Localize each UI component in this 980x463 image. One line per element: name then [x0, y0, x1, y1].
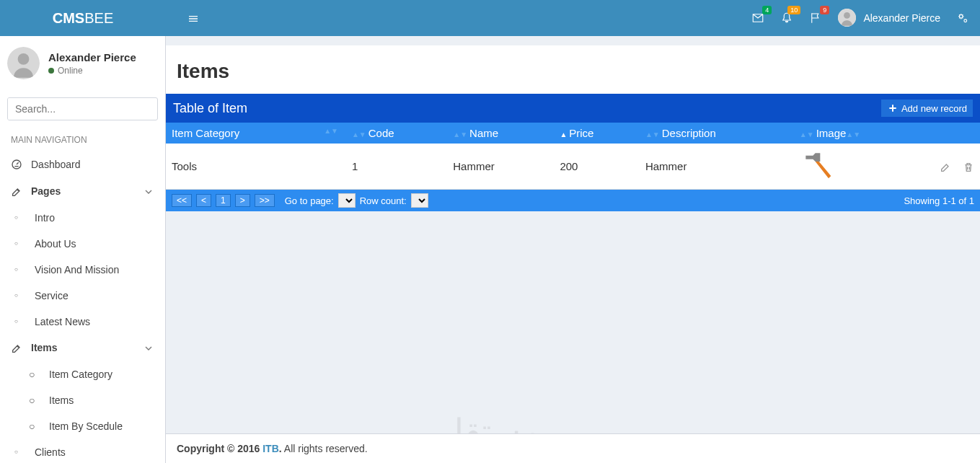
hammer-icon — [800, 151, 836, 180]
bell-badge: 10 — [787, 6, 800, 14]
user-status[interactable]: Online — [48, 66, 136, 76]
settings-gears[interactable] — [956, 12, 969, 25]
circle-icon: ○ — [29, 420, 43, 432]
footer: Copyright © 2016 ITB. All rights reserve… — [166, 433, 980, 463]
mail-notifications[interactable]: 4 — [751, 12, 764, 25]
search-button[interactable] — [149, 98, 158, 120]
bell-notifications[interactable]: 10 — [780, 12, 793, 25]
circle-icon: ○ — [14, 318, 29, 325]
circle-icon: ○ — [14, 449, 29, 455]
svg-point-2 — [960, 15, 963, 19]
search-icon — [157, 103, 158, 115]
circle-icon: ○ — [14, 214, 29, 221]
table-header-bar: Table of Item Add new record — [166, 94, 980, 123]
table-title: Table of Item — [173, 101, 247, 116]
sort-icon: ▲▼ — [352, 131, 366, 138]
cell-name: Hammer — [447, 144, 554, 190]
chevron-down-icon — [143, 185, 154, 197]
add-record-button[interactable]: Add new record — [881, 100, 973, 117]
nav-items-items[interactable]: ○Items — [0, 387, 165, 413]
pencil-icon — [940, 162, 951, 173]
dashboard-icon — [11, 158, 25, 170]
sidebar-user-panel: Alexander Pierce Online — [0, 36, 165, 90]
edit-icon — [11, 185, 25, 197]
delete-row-button[interactable] — [963, 159, 974, 172]
nav-pages-news[interactable]: ○Latest News — [0, 309, 165, 335]
avatar — [838, 9, 856, 27]
pager-info: Showing 1-1 of 1 — [904, 195, 974, 206]
svg-point-3 — [964, 19, 967, 22]
rowcount-label: Row count: — [360, 195, 407, 206]
flag-badge: 9 — [820, 6, 829, 14]
nav-dashboard[interactable]: Dashboard — [0, 151, 165, 177]
pager-last[interactable]: >> — [255, 194, 275, 207]
cell-code: 1 — [346, 144, 447, 190]
sidebar-search — [0, 90, 165, 128]
circle-icon: ○ — [29, 394, 43, 406]
cell-image — [794, 144, 934, 190]
trash-icon — [963, 162, 974, 173]
pager-prev[interactable]: < — [196, 194, 211, 207]
nav-section-header: MAIN NAVIGATION — [0, 128, 165, 151]
rowcount-select[interactable] — [411, 193, 428, 208]
sort-icon: ▲▼ — [324, 127, 338, 135]
menu-icon — [187, 13, 199, 25]
pagination-bar: << < 1 > >> Go to page: Row count: Showi… — [166, 190, 980, 211]
svg-point-1 — [844, 12, 851, 19]
pager-next[interactable]: > — [235, 194, 250, 207]
cell-price: 200 — [554, 144, 640, 190]
col-price[interactable]: ▲Price — [554, 123, 640, 144]
goto-page-select[interactable] — [338, 193, 356, 208]
header-username: Alexander Pierce — [863, 12, 940, 24]
sidebar-username: Alexander Pierce — [48, 51, 136, 63]
status-dot-icon — [48, 68, 54, 74]
nav-clients[interactable]: ○Clients — [0, 439, 165, 463]
avatar — [7, 47, 40, 79]
nav-items-category[interactable]: ○Item Category — [0, 361, 165, 387]
nav-pages[interactable]: Pages — [0, 177, 165, 204]
sort-icon: ▲ — [560, 131, 567, 138]
col-image[interactable]: ▲▼Image▲▼ — [794, 123, 934, 144]
pager-first[interactable]: << — [172, 194, 192, 207]
table-row: Tools 1 Hammer 200 Hammer — [166, 144, 980, 190]
col-name[interactable]: ▲▼Name — [447, 123, 554, 144]
nav-pages-about[interactable]: ○About Us — [0, 231, 165, 257]
sort-icon: ▲▼ — [846, 131, 860, 138]
edit-icon — [11, 342, 25, 354]
user-menu[interactable]: Alexander Pierce — [838, 9, 940, 27]
brand-logo[interactable]: CMSBEE — [0, 10, 166, 27]
circle-icon: ○ — [14, 240, 29, 247]
search-input[interactable] — [8, 98, 149, 120]
circle-icon: ○ — [29, 369, 43, 380]
svg-point-5 — [18, 53, 30, 65]
nav-items[interactable]: Items — [0, 335, 165, 361]
mail-badge: 4 — [762, 6, 772, 14]
nav-pages-intro[interactable]: ○Intro — [0, 205, 165, 231]
nav-pages-service[interactable]: ○Service — [0, 283, 165, 309]
goto-label: Go to page: — [285, 195, 334, 206]
nav-pages-vision[interactable]: ○Vision And Mission — [0, 257, 165, 283]
footer-link[interactable]: ITB — [262, 443, 279, 454]
cell-description: Hammer — [640, 144, 794, 190]
plus-icon — [887, 102, 899, 114]
col-category[interactable]: Item Category▲▼ — [166, 123, 346, 144]
gears-icon — [956, 12, 969, 25]
sort-icon: ▲▼ — [800, 131, 814, 138]
items-table: Item Category▲▼ ▲▼Code ▲▼Name ▲Price ▲▼D… — [166, 123, 980, 190]
circle-icon: ○ — [14, 266, 29, 273]
sort-icon: ▲▼ — [453, 131, 467, 138]
top-header: CMSBEE 4 10 9 — [0, 0, 980, 36]
sort-icon: ▲▼ — [645, 131, 660, 138]
pager-page-1[interactable]: 1 — [216, 194, 231, 207]
col-code[interactable]: ▲▼Code — [346, 123, 447, 144]
cell-category: Tools — [166, 144, 346, 190]
flag-notifications[interactable]: 9 — [809, 12, 822, 25]
chevron-down-icon — [143, 342, 154, 354]
circle-icon: ○ — [14, 292, 29, 299]
sidebar: Alexander Pierce Online MAIN NAVIGATION — [0, 36, 166, 463]
nav-items-schedule[interactable]: ○Item By Scedule — [0, 413, 165, 439]
edit-row-button[interactable] — [940, 159, 951, 172]
col-description[interactable]: ▲▼Description — [640, 123, 794, 144]
sidebar-toggle-button[interactable] — [177, 1, 210, 35]
page-title: Items — [166, 45, 980, 94]
